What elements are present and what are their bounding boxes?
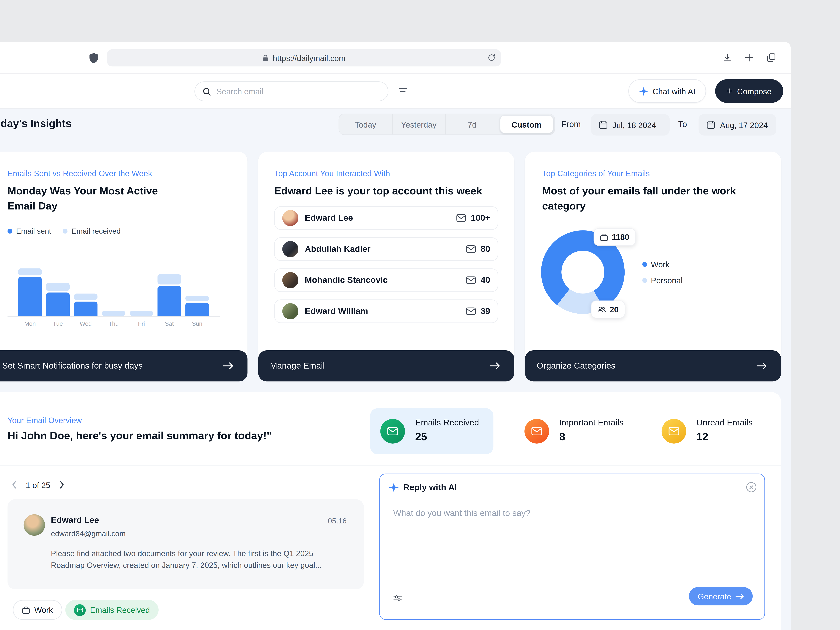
smart-notifications-button[interactable]: Set Smart Notifications for busy days [0, 351, 248, 382]
account-name: Mohandic Stancovic [305, 275, 388, 285]
bar-label: Sat [165, 321, 174, 327]
bar-column: Tue [46, 267, 69, 316]
overview-eyebrow: Your Email Overview [8, 415, 82, 425]
avatar [282, 272, 298, 288]
chevron-left-icon[interactable] [12, 481, 17, 489]
generate-button[interactable]: Generate [689, 587, 753, 605]
shield-icon[interactable] [89, 53, 98, 63]
browser-chrome: https://dailymail.com [0, 42, 791, 74]
tag-label: Work [34, 605, 53, 614]
stat-important-emails[interactable]: Important Emails 8 [514, 408, 630, 454]
download-icon[interactable] [723, 53, 732, 62]
stat-unread-emails[interactable]: Unread Emails 12 [651, 408, 764, 454]
from-label: From [561, 120, 581, 129]
manage-email-button[interactable]: Manage Email [258, 351, 514, 382]
bar-label: Wed [80, 321, 92, 327]
footer-label: Set Smart Notifications for busy days [2, 361, 143, 371]
avatar [282, 210, 298, 226]
bar-label: Fri [138, 321, 145, 327]
legend-dot-personal [642, 278, 647, 283]
chevron-right-icon[interactable] [59, 481, 64, 489]
chat-with-ai-label: Chat with AI [652, 87, 695, 96]
sender-name: Edward Lee [51, 515, 99, 525]
bar-label: Tue [53, 321, 63, 327]
bar-chart: MonTueWedThuFriSatSun [18, 267, 209, 316]
pager-position: 1 of 25 [26, 480, 50, 489]
email-overview-section: Your Email Overview Hi John Doe, here's … [0, 392, 781, 630]
sender-avatar [24, 514, 45, 536]
sparkle-icon [389, 483, 398, 492]
lock-icon [262, 54, 268, 62]
card-heading: Most of your emails fall under the work … [542, 184, 756, 213]
arrow-right-icon [489, 362, 501, 369]
email-time: 05.16 [328, 516, 346, 525]
account-row[interactable]: Edward William 39 [274, 299, 498, 323]
filter-icon[interactable] [399, 86, 407, 94]
chart-baseline [8, 316, 219, 317]
avatar [282, 241, 298, 257]
legend-dot-work [642, 262, 647, 267]
envelope-icon [466, 245, 476, 253]
envelope-icon [466, 308, 476, 315]
bar-column: Sat [158, 267, 181, 316]
to-date-picker[interactable]: Aug, 17 2024 [699, 114, 776, 136]
work-count-badge: 1180 [594, 228, 636, 246]
people-icon [597, 306, 606, 313]
chat-with-ai-button[interactable]: Chat with AI [628, 79, 706, 103]
reply-header: Reply with AI [389, 483, 457, 492]
arrow-right-icon [756, 362, 767, 369]
tab-7d[interactable]: 7d [445, 114, 499, 134]
chart-legend: Email sent Email received [8, 227, 121, 235]
tag-emails-received[interactable]: Emails Received [65, 600, 158, 620]
arrow-right-icon [223, 362, 234, 369]
account-row[interactable]: Mohandic Stancovic 40 [274, 268, 498, 292]
bar-column: Wed [74, 267, 98, 316]
page-title: Today's Insights [0, 117, 71, 129]
account-name: Edward Lee [305, 213, 353, 223]
account-row[interactable]: Edward Lee 100+ [274, 206, 498, 230]
received-envelope-icon [74, 604, 85, 616]
legend-work: Work [642, 260, 682, 269]
browser-window: https://dailymail.com [0, 42, 791, 630]
account-row[interactable]: Abdullah Kadier 80 [274, 237, 498, 261]
email-pager: 1 of 25 [12, 477, 64, 493]
legend-email-sent: Email sent [8, 227, 51, 235]
refresh-icon[interactable] [488, 54, 496, 62]
card-heading: Monday Was Your Most Active Email Day [8, 184, 174, 213]
reply-input[interactable] [393, 508, 747, 578]
account-name: Abdullah Kadier [305, 244, 371, 254]
card-eyebrow: Top Categories of Your Emails [542, 169, 650, 178]
tab-custom[interactable]: Custom [500, 115, 554, 133]
received-envelope-icon [380, 419, 405, 444]
stat-value: 25 [415, 431, 427, 443]
stat-label: Emails Received [415, 418, 479, 428]
email-search[interactable] [194, 81, 388, 101]
email-count: 80 [481, 244, 490, 254]
tabs-overview-icon[interactable] [767, 53, 776, 62]
sliders-icon[interactable] [393, 595, 402, 602]
date-range-tabs: Today Yesterday 7d Custom [339, 114, 555, 135]
new-tab-icon[interactable] [745, 53, 754, 62]
legend-email-received: Email received [63, 227, 121, 235]
page-content: Today's Insights Today Yesterday 7d Cust… [0, 109, 791, 630]
search-icon [202, 87, 211, 96]
email-preview[interactable]: Edward Lee edward84@gmail.com 05.16 Plea… [8, 499, 364, 589]
stat-emails-received[interactable]: Emails Received 25 [370, 408, 493, 454]
address-bar[interactable]: https://dailymail.com [107, 49, 501, 66]
card-top-categories: Top Categories of Your Emails Most of yo… [525, 152, 781, 381]
briefcase-icon [22, 606, 30, 614]
tab-today[interactable]: Today [339, 114, 392, 134]
card-eyebrow: Top Account You Interacted With [274, 169, 390, 178]
personal-count: 20 [610, 305, 619, 314]
tab-yesterday[interactable]: Yesterday [392, 114, 445, 134]
close-icon[interactable] [746, 482, 757, 493]
compose-button[interactable]: + Compose [715, 79, 783, 103]
search-input[interactable] [216, 87, 381, 96]
from-date-value: Jul, 18 2024 [612, 120, 656, 129]
compose-label: Compose [737, 87, 772, 96]
footer-label: Organize Categories [537, 361, 615, 371]
from-date-picker[interactable]: Jul, 18 2024 [591, 114, 670, 136]
organize-categories-button[interactable]: Organize Categories [525, 351, 781, 382]
arrow-right-icon [736, 593, 744, 600]
tag-work[interactable]: Work [13, 600, 62, 620]
